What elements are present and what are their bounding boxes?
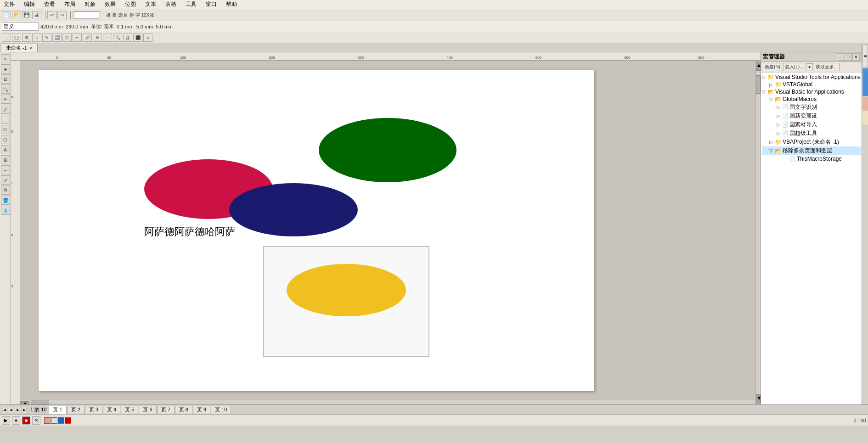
smart-draw-tool[interactable]: 🖊 (1, 105, 10, 114)
page-tab-7[interactable]: 页 7 (157, 406, 175, 414)
print-btn[interactable]: 🖨 (32, 11, 41, 19)
tb3-btn-10[interactable]: ⊕ (93, 34, 102, 42)
menu-tools[interactable]: 工具 (184, 0, 198, 9)
tb3-btn-13[interactable]: 🖨 (123, 34, 132, 42)
tree-item-vstaglobal[interactable]: ▷ 📁 VSTAGlobal (762, 81, 861, 88)
tab-nav-prev[interactable]: ◄ (8, 407, 14, 413)
tb3-btn-1[interactable]: ⬜ (2, 34, 11, 42)
zoom-input[interactable]: 25% (74, 11, 99, 19)
macro-stop-btn[interactable]: ■ (22, 416, 30, 425)
rp-new-btn[interactable]: 新建(N) (763, 63, 782, 71)
menu-window[interactable]: 窗口 (204, 0, 219, 9)
eyedropper-tool[interactable]: 💧 (1, 206, 10, 215)
page-tab-6[interactable]: 页 6 (139, 406, 156, 414)
vscroll-thumb[interactable] (756, 75, 761, 94)
rp-minimize-btn[interactable]: ─ (837, 53, 844, 61)
rp-maximize-btn[interactable]: □ (845, 53, 852, 61)
page-tab-2[interactable]: 页 2 (67, 406, 85, 414)
crop-tool[interactable]: ⊡ (1, 74, 10, 84)
undo-btn[interactable]: ↩ (47, 11, 56, 19)
page-tab-10[interactable]: 页 10 (211, 406, 231, 414)
menu-object[interactable]: 对象 (83, 0, 97, 9)
vscroll-up[interactable]: ▲ (756, 62, 761, 71)
tb3-btn-12[interactable]: 🔍 (113, 34, 122, 42)
page-tab-3[interactable]: 页 3 (85, 406, 102, 414)
color-box-1[interactable] (44, 417, 51, 424)
canvas-content[interactable]: 阿萨德阿萨德哈阿萨 ▲ ▼ ◄ (20, 61, 761, 404)
tree-item-remove-pages[interactable]: ▽ 📂 移除多余页面和图层 (762, 146, 861, 155)
rp-more-btn[interactable]: 获取更多... (814, 63, 840, 71)
rp-load-btn[interactable]: 载入(L)... (783, 63, 806, 71)
tb3-btn-3[interactable]: ⚙ (22, 34, 31, 42)
hscroll-thumb[interactable] (31, 400, 49, 404)
tb3-btn-8[interactable]: ✂ (73, 34, 82, 42)
tb3-btn-4[interactable]: ⌂ (32, 34, 41, 42)
tb3-btn-15[interactable]: ≡ (143, 34, 152, 42)
page-tab-8[interactable]: 页 8 (175, 406, 192, 414)
page-tab-9[interactable]: 页 9 (193, 406, 210, 414)
tree-item-vbaproject[interactable]: ▷ 📁 VBAProject (未命名 -1) (762, 138, 861, 146)
open-btn[interactable]: 📂 (12, 11, 21, 19)
parallel-dim-tool[interactable]: ↔ (1, 165, 10, 174)
redo-btn[interactable]: ↪ (57, 11, 67, 19)
tree-item-wenzishibie[interactable]: ▷ 📄 国文字识别 (762, 103, 861, 112)
tb3-btn-2[interactable]: ◯ (12, 34, 21, 42)
new-btn[interactable]: 📄 (2, 11, 11, 19)
polygon-tool[interactable]: ⬡ (1, 135, 10, 144)
blend-tool[interactable]: ⧉ (1, 185, 10, 195)
obj-def-input[interactable] (2, 22, 39, 31)
tree-item-thismacrostorage[interactable]: 📄 ThisMacroStorage (762, 155, 861, 163)
vscroll-down[interactable]: ▼ (756, 394, 761, 404)
menu-view[interactable]: 查看 (42, 0, 57, 9)
menu-layout[interactable]: 布局 (62, 0, 77, 9)
table-tool[interactable]: ⊞ (1, 155, 10, 164)
tree-item-globalmacros[interactable]: ▽ 📂 GlobalMacros (762, 95, 861, 103)
menu-effects[interactable]: 效果 (103, 0, 118, 9)
menu-edit[interactable]: 编辑 (22, 0, 37, 9)
page-tab-1[interactable]: 页 1 (49, 406, 66, 414)
tree-item-vba[interactable]: ▽ 📂 Visual Basic for Applications (762, 88, 861, 95)
menu-text[interactable]: 文本 (143, 0, 158, 9)
menu-file[interactable]: 文件 (2, 0, 17, 9)
menu-table[interactable]: 表格 (163, 0, 178, 9)
tb3-btn-11[interactable]: — (103, 34, 112, 42)
macro-play-btn[interactable]: ▶ (2, 416, 10, 425)
tab-nav-next[interactable]: ► (15, 407, 21, 413)
vscrollbar[interactable]: ▲ ▼ (755, 61, 761, 404)
zoom-in-btn[interactable]: 25% (73, 11, 100, 19)
doc-tab-close[interactable]: ✕ (29, 46, 33, 50)
macro-record-btn[interactable]: ● (12, 416, 20, 425)
hscroll-left[interactable]: ◄ (20, 401, 29, 405)
tab-nav-last[interactable]: ►| (22, 407, 28, 413)
tb3-btn-7[interactable]: ⬡ (62, 34, 72, 42)
tree-item-chaojigongju[interactable]: ▷ 📄 国超级工具 (762, 129, 861, 138)
tree-item-vsta[interactable]: ▷ 📁 Visual Studio Tools for Applications (762, 73, 861, 81)
tb3-btn-9[interactable]: 🔗 (83, 34, 92, 42)
rp-record-btn[interactable]: ● (806, 63, 812, 70)
fill-tool[interactable]: 🪣 (1, 196, 10, 205)
connector-tool[interactable]: ⤢ (1, 175, 10, 185)
tb3-btn-5[interactable]: ✎ (42, 34, 51, 42)
macro-close-btn[interactable]: ✕ (32, 416, 40, 425)
color-box-4[interactable] (65, 417, 71, 424)
page-tab-5[interactable]: 页 5 (121, 406, 138, 414)
rect-tool[interactable]: ⬜ (1, 115, 10, 124)
doc-tab-active[interactable]: 未命名 -1 ✕ (1, 44, 38, 52)
color-box-3[interactable] (58, 417, 64, 424)
rp-close-btn[interactable]: ✕ (852, 53, 860, 61)
rstrip-btn1[interactable]: ⊕ (862, 45, 868, 67)
menu-help[interactable]: 帮助 (224, 0, 239, 9)
select-tool[interactable]: ↖ (1, 54, 10, 63)
color-box-2[interactable] (51, 417, 57, 424)
tb3-btn-14[interactable]: ⬛ (133, 34, 142, 42)
hscrollbar[interactable]: ◄ (20, 399, 755, 404)
page-tab-4[interactable]: 页 4 (103, 406, 120, 414)
ellipse-tool[interactable]: ⬭ (1, 125, 10, 134)
shape-tool[interactable]: ◈ (1, 64, 10, 73)
zoom-tool[interactable]: 🔍 (1, 84, 10, 94)
tree-item-xinbianyushe[interactable]: ▷ 📄 国新变预设 (762, 112, 861, 120)
freehand-tool[interactable]: ✏ (1, 95, 10, 104)
text-tool[interactable]: A (1, 145, 10, 154)
tb3-btn-6[interactable]: 🔤 (52, 34, 62, 42)
tree-item-sucaidaoru[interactable]: ▷ 📄 国素材导入 (762, 120, 861, 129)
